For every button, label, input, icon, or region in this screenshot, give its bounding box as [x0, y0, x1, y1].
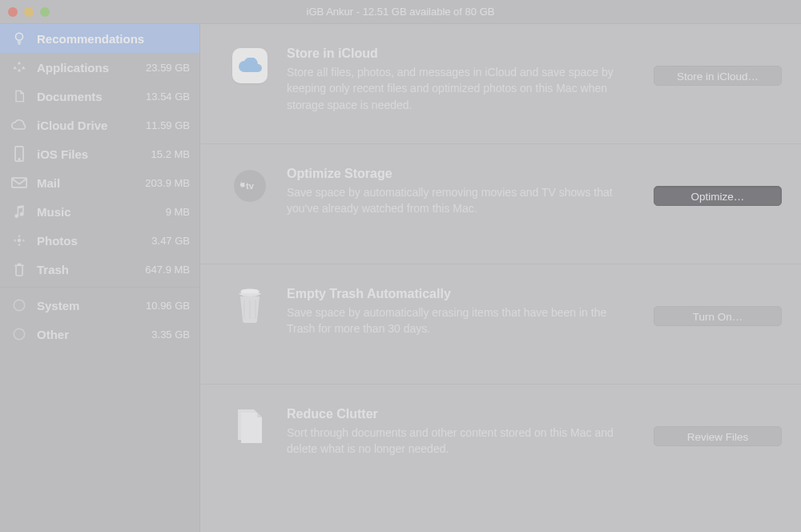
sidebar-item-label: Music: [37, 205, 166, 219]
section-title: Reduce Clutter: [287, 407, 639, 421]
svg-point-7: [14, 240, 16, 242]
section-store-in-icloud: Store in iCloud Store all files, photos,…: [200, 24, 801, 144]
content-pane: Store in iCloud Store all files, photos,…: [200, 24, 801, 532]
music-icon: [10, 204, 29, 219]
section-description: Save space by automatically erasing item…: [287, 304, 623, 337]
svg-point-0: [16, 33, 23, 40]
sidebar: Recommendations Applications 23.59 GB Do…: [0, 24, 200, 532]
sidebar-item-label: Photos: [37, 234, 151, 248]
sidebar-item-label: Applications: [37, 61, 146, 75]
section-title: Empty Trash Automatically: [287, 287, 639, 301]
turn-on-button[interactable]: Turn On…: [654, 306, 782, 326]
trash-bin-icon: [232, 288, 268, 324]
review-files-button[interactable]: Review Files: [654, 426, 782, 446]
sidebar-item-label: Documents: [37, 90, 146, 103]
sidebar-item-size: 3.35 GB: [151, 328, 190, 341]
section-empty-trash: Empty Trash Automatically Save space by …: [200, 264, 801, 385]
phone-icon: [10, 146, 29, 162]
svg-point-10: [14, 328, 25, 340]
sidebar-item-ios-files[interactable]: iOS Files 15.2 MB: [0, 139, 199, 168]
sidebar-item-recommendations[interactable]: Recommendations: [0, 24, 199, 53]
photos-icon: [10, 233, 29, 248]
sidebar-item-label: Trash: [37, 263, 145, 276]
sidebar-item-size: 3.47 GB: [151, 235, 190, 247]
section-description: Sort through documents and other content…: [287, 425, 623, 457]
sidebar-item-size: 15.2 MB: [151, 148, 190, 160]
svg-point-8: [22, 240, 25, 242]
sidebar-item-label: Mail: [37, 176, 145, 190]
section-reduce-clutter: Reduce Clutter Sort through documents an…: [200, 385, 801, 505]
svg-point-4: [18, 239, 22, 243]
sidebar-item-system[interactable]: System 10.96 GB: [0, 291, 199, 320]
applications-icon: [10, 60, 29, 75]
sidebar-item-label: System: [37, 299, 146, 312]
documents-stack-icon: [232, 409, 268, 444]
sidebar-item-label: iCloud Drive: [37, 119, 146, 132]
sidebar-item-size: 11.59 GB: [146, 119, 190, 131]
window-titlebar: iGB Ankur - 12.51 GB available of 80 GB: [0, 0, 801, 24]
svg-point-6: [18, 244, 21, 246]
sidebar-item-applications[interactable]: Applications 23.59 GB: [0, 53, 199, 82]
trash-icon: [10, 262, 29, 276]
bulb-icon: [10, 31, 29, 46]
apple-tv-icon: tv: [232, 168, 268, 204]
svg-text:tv: tv: [246, 181, 255, 191]
svg-rect-3: [12, 178, 26, 187]
sidebar-item-size: 647.9 MB: [145, 264, 190, 276]
sidebar-item-label: Other: [37, 328, 151, 341]
window-title: iGB Ankur - 12.51 GB available of 80 GB: [0, 6, 801, 18]
sidebar-item-icloud-drive[interactable]: iCloud Drive 11.59 GB: [0, 111, 199, 139]
system-icon: [10, 298, 29, 312]
svg-point-2: [18, 159, 20, 160]
sidebar-item-trash[interactable]: Trash 647.9 MB: [0, 255, 199, 284]
section-description: Store all files, photos, and messages in…: [287, 64, 623, 113]
section-title: Optimize Storage: [287, 167, 639, 181]
store-in-icloud-button[interactable]: Store in iCloud…: [654, 66, 782, 86]
sidebar-item-label: Recommendations: [37, 32, 190, 46]
section-description: Save space by automatically removing mov…: [287, 184, 623, 217]
other-icon: [10, 327, 29, 341]
mail-icon: [10, 177, 29, 188]
cloud-icon: [10, 119, 29, 131]
sidebar-item-size: 203.9 MB: [145, 177, 190, 189]
sidebar-separator: [0, 287, 199, 288]
sidebar-item-label: iOS Files: [37, 147, 151, 161]
svg-point-5: [18, 235, 21, 237]
sidebar-item-size: 10.96 GB: [146, 300, 190, 312]
sidebar-item-documents[interactable]: Documents 13.54 GB: [0, 82, 199, 111]
optimize-button[interactable]: Optimize…: [654, 186, 782, 206]
sidebar-item-music[interactable]: Music 9 MB: [0, 197, 199, 226]
sidebar-item-mail[interactable]: Mail 203.9 MB: [0, 168, 199, 197]
section-optimize-storage: tv Optimize Storage Save space by automa…: [200, 144, 801, 264]
sidebar-item-photos[interactable]: Photos 3.47 GB: [0, 226, 199, 255]
section-title: Store in iCloud: [287, 46, 639, 61]
document-icon: [10, 89, 29, 103]
svg-point-9: [14, 300, 25, 311]
sidebar-item-size: 23.59 GB: [146, 62, 190, 74]
sidebar-item-size: 13.54 GB: [146, 91, 190, 103]
sidebar-item-other[interactable]: Other 3.35 GB: [0, 320, 199, 349]
icloud-tile-icon: [232, 48, 268, 83]
sidebar-item-size: 9 MB: [166, 206, 190, 218]
